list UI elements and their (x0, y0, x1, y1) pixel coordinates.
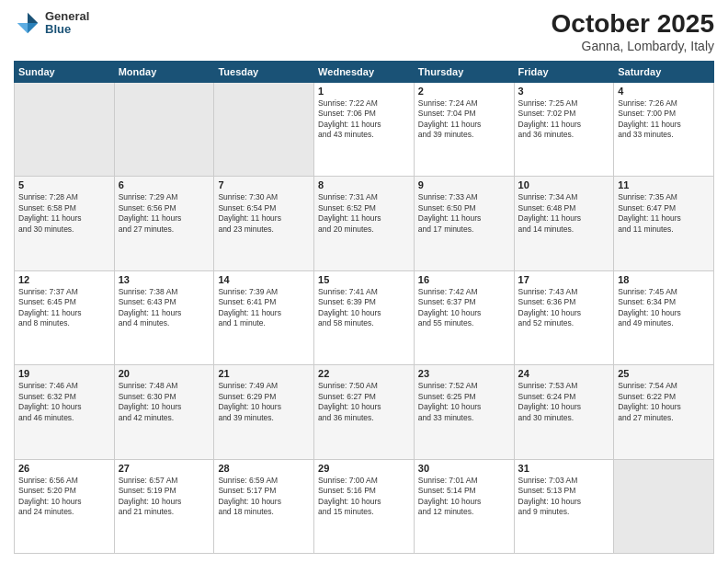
logo-text: General Blue (45, 10, 89, 37)
day-info: Sunrise: 6:57 AM Sunset: 5:19 PM Dayligh… (119, 476, 210, 518)
day-number: 9 (418, 179, 510, 190)
day-info: Sunrise: 7:30 AM Sunset: 6:54 PM Dayligh… (218, 192, 310, 235)
col-thursday: Thursday (414, 62, 514, 83)
table-cell: 10Sunrise: 7:34 AM Sunset: 6:48 PM Dayli… (514, 177, 614, 270)
table-cell: 21Sunrise: 7:49 AM Sunset: 6:29 PM Dayli… (214, 365, 314, 459)
table-cell: 19Sunrise: 7:46 AM Sunset: 6:32 PM Dayli… (15, 365, 115, 459)
table-cell: 7Sunrise: 7:30 AM Sunset: 6:54 PM Daylig… (214, 177, 314, 270)
day-number: 30 (418, 463, 510, 474)
day-info: Sunrise: 7:49 AM Sunset: 6:29 PM Dayligh… (218, 381, 310, 423)
day-info: Sunrise: 7:48 AM Sunset: 6:30 PM Dayligh… (119, 381, 210, 423)
logo: General Blue (14, 9, 89, 37)
day-number: 10 (518, 179, 610, 190)
col-monday: Monday (114, 62, 214, 83)
title-block: October 2025 Ganna, Lombardy, Italy (552, 9, 714, 53)
day-info: Sunrise: 7:34 AM Sunset: 6:48 PM Dayligh… (518, 192, 610, 235)
day-number: 6 (119, 179, 210, 190)
day-info: Sunrise: 7:50 AM Sunset: 6:27 PM Dayligh… (318, 381, 410, 423)
day-info: Sunrise: 7:28 AM Sunset: 6:58 PM Dayligh… (18, 192, 110, 235)
day-number: 16 (418, 274, 510, 285)
day-info: Sunrise: 7:25 AM Sunset: 7:02 PM Dayligh… (518, 98, 610, 141)
table-cell: 22Sunrise: 7:50 AM Sunset: 6:27 PM Dayli… (314, 365, 415, 459)
day-info: Sunrise: 7:53 AM Sunset: 6:24 PM Dayligh… (518, 381, 610, 423)
col-saturday: Saturday (614, 62, 714, 83)
col-friday: Friday (514, 62, 614, 83)
table-cell: 27Sunrise: 6:57 AM Sunset: 5:19 PM Dayli… (114, 459, 214, 553)
table-cell: 24Sunrise: 7:53 AM Sunset: 6:24 PM Dayli… (514, 365, 614, 459)
table-cell: 2Sunrise: 7:24 AM Sunset: 7:04 PM Daylig… (414, 83, 514, 177)
day-info: Sunrise: 7:39 AM Sunset: 6:41 PM Dayligh… (218, 287, 310, 329)
day-info: Sunrise: 7:45 AM Sunset: 6:34 PM Dayligh… (618, 287, 710, 329)
table-cell: 11Sunrise: 7:35 AM Sunset: 6:47 PM Dayli… (614, 177, 714, 270)
day-info: Sunrise: 7:37 AM Sunset: 6:45 PM Dayligh… (18, 287, 110, 329)
week-row-2: 12Sunrise: 7:37 AM Sunset: 6:45 PM Dayli… (15, 270, 714, 364)
table-cell: 18Sunrise: 7:45 AM Sunset: 6:34 PM Dayli… (614, 270, 714, 364)
table-cell: 16Sunrise: 7:42 AM Sunset: 6:37 PM Dayli… (414, 270, 514, 364)
day-info: Sunrise: 7:42 AM Sunset: 6:37 PM Dayligh… (418, 287, 510, 329)
day-info: Sunrise: 7:38 AM Sunset: 6:43 PM Dayligh… (119, 287, 210, 329)
table-cell: 26Sunrise: 6:56 AM Sunset: 5:20 PM Dayli… (15, 459, 115, 553)
table-cell: 13Sunrise: 7:38 AM Sunset: 6:43 PM Dayli… (114, 270, 214, 364)
col-tuesday: Tuesday (214, 62, 314, 83)
logo-icon (14, 9, 41, 37)
page: General Blue October 2025 Ganna, Lombard… (0, 0, 728, 563)
col-sunday: Sunday (15, 62, 115, 83)
day-number: 4 (618, 86, 710, 97)
day-info: Sunrise: 7:31 AM Sunset: 6:52 PM Dayligh… (318, 192, 410, 235)
logo-general: General (45, 10, 89, 23)
day-number: 8 (318, 179, 410, 190)
table-cell: 3Sunrise: 7:25 AM Sunset: 7:02 PM Daylig… (514, 83, 614, 177)
week-row-3: 19Sunrise: 7:46 AM Sunset: 6:32 PM Dayli… (15, 365, 714, 459)
day-number: 23 (418, 368, 510, 379)
table-cell: 12Sunrise: 7:37 AM Sunset: 6:45 PM Dayli… (15, 270, 115, 364)
day-info: Sunrise: 7:00 AM Sunset: 5:16 PM Dayligh… (318, 476, 410, 518)
day-info: Sunrise: 7:54 AM Sunset: 6:22 PM Dayligh… (618, 381, 710, 423)
table-cell: 15Sunrise: 7:41 AM Sunset: 6:39 PM Dayli… (314, 270, 415, 364)
table-cell: 4Sunrise: 7:26 AM Sunset: 7:00 PM Daylig… (614, 83, 714, 177)
day-info: Sunrise: 7:46 AM Sunset: 6:32 PM Dayligh… (18, 381, 110, 423)
day-number: 26 (18, 463, 110, 474)
day-number: 22 (318, 368, 410, 379)
day-info: Sunrise: 6:56 AM Sunset: 5:20 PM Dayligh… (18, 476, 110, 518)
day-number: 19 (18, 368, 110, 379)
day-info: Sunrise: 7:41 AM Sunset: 6:39 PM Dayligh… (318, 287, 410, 329)
day-info: Sunrise: 7:43 AM Sunset: 6:36 PM Dayligh… (518, 287, 610, 329)
calendar-title: October 2025 (552, 9, 714, 39)
header: General Blue October 2025 Ganna, Lombard… (14, 9, 714, 53)
day-number: 2 (418, 86, 510, 97)
week-row-0: 1Sunrise: 7:22 AM Sunset: 7:06 PM Daylig… (15, 83, 714, 177)
svg-marker-2 (17, 23, 28, 33)
svg-marker-0 (28, 13, 38, 23)
table-cell: 31Sunrise: 7:03 AM Sunset: 5:13 PM Dayli… (514, 459, 614, 553)
day-number: 5 (18, 179, 110, 190)
table-cell: 1Sunrise: 7:22 AM Sunset: 7:06 PM Daylig… (314, 83, 415, 177)
table-cell (614, 459, 714, 553)
day-number: 20 (119, 368, 210, 379)
table-cell: 25Sunrise: 7:54 AM Sunset: 6:22 PM Dayli… (614, 365, 714, 459)
table-cell (114, 83, 214, 177)
svg-marker-1 (28, 23, 38, 33)
table-cell (214, 83, 314, 177)
day-number: 18 (618, 274, 710, 285)
table-cell: 30Sunrise: 7:01 AM Sunset: 5:14 PM Dayli… (414, 459, 514, 553)
table-cell: 5Sunrise: 7:28 AM Sunset: 6:58 PM Daylig… (15, 177, 115, 270)
table-cell: 8Sunrise: 7:31 AM Sunset: 6:52 PM Daylig… (314, 177, 415, 270)
calendar-subtitle: Ganna, Lombardy, Italy (552, 39, 714, 53)
day-number: 7 (218, 179, 310, 190)
col-wednesday: Wednesday (314, 62, 415, 83)
table-cell: 6Sunrise: 7:29 AM Sunset: 6:56 PM Daylig… (114, 177, 214, 270)
calendar-table: Sunday Monday Tuesday Wednesday Thursday… (14, 61, 714, 554)
day-info: Sunrise: 6:59 AM Sunset: 5:17 PM Dayligh… (218, 476, 310, 518)
day-number: 1 (318, 86, 410, 97)
day-info: Sunrise: 7:03 AM Sunset: 5:13 PM Dayligh… (518, 476, 610, 518)
table-cell: 23Sunrise: 7:52 AM Sunset: 6:25 PM Dayli… (414, 365, 514, 459)
day-info: Sunrise: 7:26 AM Sunset: 7:00 PM Dayligh… (618, 98, 710, 141)
day-number: 31 (518, 463, 610, 474)
day-number: 13 (119, 274, 210, 285)
day-number: 28 (218, 463, 310, 474)
day-number: 29 (318, 463, 410, 474)
day-number: 27 (119, 463, 210, 474)
calendar-header-row: Sunday Monday Tuesday Wednesday Thursday… (15, 62, 714, 83)
day-number: 11 (618, 179, 710, 190)
table-cell: 17Sunrise: 7:43 AM Sunset: 6:36 PM Dayli… (514, 270, 614, 364)
